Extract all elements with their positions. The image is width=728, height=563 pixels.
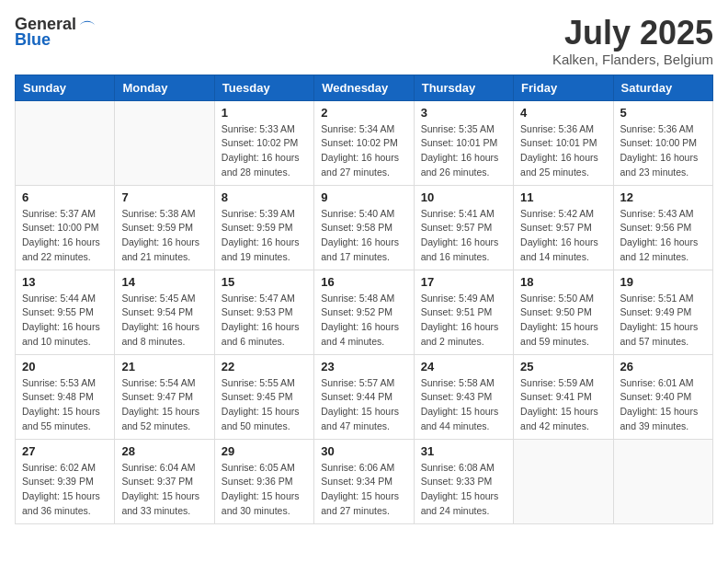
- day-number: 6: [22, 190, 108, 204]
- day-number: 22: [222, 360, 307, 373]
- day-number: 3: [421, 106, 506, 120]
- day-detail: Sunrise: 6:04 AM Sunset: 9:37 PM Dayligh…: [121, 461, 207, 519]
- day-detail: Sunrise: 5:51 AM Sunset: 9:49 PM Dayligh…: [620, 292, 706, 350]
- calendar-week-row: 27Sunrise: 6:02 AM Sunset: 9:39 PM Dayli…: [16, 439, 713, 523]
- calendar-cell: 6Sunrise: 5:37 AM Sunset: 10:00 PM Dayli…: [16, 185, 115, 270]
- day-number: 30: [321, 444, 406, 458]
- day-detail: Sunrise: 5:54 AM Sunset: 9:47 PM Dayligh…: [121, 376, 207, 434]
- day-detail: Sunrise: 5:41 AM Sunset: 9:57 PM Dayligh…: [421, 207, 506, 265]
- calendar-cell: 2Sunrise: 5:34 AM Sunset: 10:02 PM Dayli…: [314, 100, 414, 185]
- page-header: General Blue July 2025 Kalken, Flanders,…: [15, 15, 713, 67]
- day-detail: Sunrise: 5:58 AM Sunset: 9:43 PM Dayligh…: [421, 376, 506, 434]
- day-number: 15: [222, 275, 307, 289]
- calendar-cell: 25Sunrise: 5:59 AM Sunset: 9:41 PM Dayli…: [514, 354, 613, 439]
- calendar-cell: 18Sunrise: 5:50 AM Sunset: 9:50 PM Dayli…: [514, 270, 613, 354]
- calendar-cell: 4Sunrise: 5:36 AM Sunset: 10:01 PM Dayli…: [514, 100, 613, 185]
- day-detail: Sunrise: 6:05 AM Sunset: 9:36 PM Dayligh…: [222, 461, 307, 519]
- calendar-cell: 8Sunrise: 5:39 AM Sunset: 9:59 PM Daylig…: [214, 185, 313, 270]
- calendar-cell: 3Sunrise: 5:35 AM Sunset: 10:01 PM Dayli…: [414, 100, 513, 185]
- day-number: 21: [121, 360, 207, 373]
- day-detail: Sunrise: 5:49 AM Sunset: 9:51 PM Dayligh…: [421, 292, 506, 350]
- day-number: 19: [620, 275, 706, 289]
- weekday-header: Saturday: [613, 75, 712, 100]
- calendar-cell: 1Sunrise: 5:33 AM Sunset: 10:02 PM Dayli…: [214, 100, 313, 185]
- weekday-header: Friday: [514, 75, 613, 100]
- day-number: 5: [620, 106, 706, 120]
- day-number: 2: [321, 106, 406, 120]
- day-number: 29: [222, 444, 307, 458]
- logo: General Blue: [15, 15, 97, 50]
- day-number: 16: [321, 275, 406, 289]
- day-detail: Sunrise: 5:55 AM Sunset: 9:45 PM Dayligh…: [222, 376, 307, 434]
- day-detail: Sunrise: 5:47 AM Sunset: 9:53 PM Dayligh…: [222, 292, 307, 350]
- day-detail: Sunrise: 5:36 AM Sunset: 10:00 PM Daylig…: [620, 122, 706, 180]
- month-year-title: July 2025: [552, 15, 713, 52]
- calendar-cell: [115, 100, 214, 185]
- calendar-cell: 9Sunrise: 5:40 AM Sunset: 9:58 PM Daylig…: [314, 185, 414, 270]
- calendar-cell: 31Sunrise: 6:08 AM Sunset: 9:33 PM Dayli…: [414, 439, 513, 523]
- calendar-cell: 20Sunrise: 5:53 AM Sunset: 9:48 PM Dayli…: [16, 354, 115, 439]
- logo-blue: Blue: [15, 30, 51, 50]
- day-number: 26: [620, 360, 706, 373]
- day-number: 23: [321, 360, 406, 373]
- day-number: 11: [520, 190, 606, 204]
- calendar-week-row: 20Sunrise: 5:53 AM Sunset: 9:48 PM Dayli…: [16, 354, 713, 439]
- calendar-table: SundayMondayTuesdayWednesdayThursdayFrid…: [15, 75, 713, 524]
- calendar-cell: 22Sunrise: 5:55 AM Sunset: 9:45 PM Dayli…: [214, 354, 313, 439]
- day-detail: Sunrise: 5:43 AM Sunset: 9:56 PM Dayligh…: [620, 207, 706, 265]
- day-detail: Sunrise: 5:57 AM Sunset: 9:44 PM Dayligh…: [321, 376, 406, 434]
- calendar-cell: 27Sunrise: 6:02 AM Sunset: 9:39 PM Dayli…: [16, 439, 115, 523]
- day-detail: Sunrise: 5:42 AM Sunset: 9:57 PM Dayligh…: [520, 207, 606, 265]
- calendar-cell: 29Sunrise: 6:05 AM Sunset: 9:36 PM Dayli…: [214, 439, 313, 523]
- calendar-cell: [613, 439, 712, 523]
- day-number: 31: [421, 444, 506, 458]
- day-number: 9: [321, 190, 406, 204]
- day-detail: Sunrise: 6:02 AM Sunset: 9:39 PM Dayligh…: [22, 461, 108, 519]
- calendar-cell: 26Sunrise: 6:01 AM Sunset: 9:40 PM Dayli…: [613, 354, 712, 439]
- day-detail: Sunrise: 5:44 AM Sunset: 9:55 PM Dayligh…: [22, 292, 108, 350]
- day-detail: Sunrise: 6:08 AM Sunset: 9:33 PM Dayligh…: [421, 461, 506, 519]
- calendar-cell: 12Sunrise: 5:43 AM Sunset: 9:56 PM Dayli…: [613, 185, 712, 270]
- day-number: 28: [121, 444, 207, 458]
- day-number: 25: [520, 360, 606, 373]
- day-number: 18: [520, 275, 606, 289]
- day-detail: Sunrise: 5:40 AM Sunset: 9:58 PM Dayligh…: [321, 207, 406, 265]
- day-detail: Sunrise: 6:01 AM Sunset: 9:40 PM Dayligh…: [620, 376, 706, 434]
- day-number: 1: [222, 106, 307, 120]
- weekday-header-row: SundayMondayTuesdayWednesdayThursdayFrid…: [16, 75, 713, 100]
- weekday-header: Monday: [115, 75, 214, 100]
- day-number: 13: [22, 275, 108, 289]
- calendar-cell: 21Sunrise: 5:54 AM Sunset: 9:47 PM Dayli…: [115, 354, 214, 439]
- day-number: 8: [222, 190, 307, 204]
- title-block: July 2025 Kalken, Flanders, Belgium: [552, 15, 713, 67]
- calendar-cell: 10Sunrise: 5:41 AM Sunset: 9:57 PM Dayli…: [414, 185, 513, 270]
- calendar-cell: 16Sunrise: 5:48 AM Sunset: 9:52 PM Dayli…: [314, 270, 414, 354]
- day-number: 7: [121, 190, 207, 204]
- calendar-cell: 14Sunrise: 5:45 AM Sunset: 9:54 PM Dayli…: [115, 270, 214, 354]
- day-detail: Sunrise: 5:36 AM Sunset: 10:01 PM Daylig…: [520, 122, 606, 180]
- calendar-cell: 28Sunrise: 6:04 AM Sunset: 9:37 PM Dayli…: [115, 439, 214, 523]
- day-detail: Sunrise: 5:33 AM Sunset: 10:02 PM Daylig…: [222, 122, 307, 180]
- day-detail: Sunrise: 5:35 AM Sunset: 10:01 PM Daylig…: [421, 122, 506, 180]
- day-detail: Sunrise: 5:53 AM Sunset: 9:48 PM Dayligh…: [22, 376, 108, 434]
- day-detail: Sunrise: 5:37 AM Sunset: 10:00 PM Daylig…: [22, 207, 108, 265]
- day-number: 4: [520, 106, 606, 120]
- day-detail: Sunrise: 5:39 AM Sunset: 9:59 PM Dayligh…: [222, 207, 307, 265]
- weekday-header: Thursday: [414, 75, 513, 100]
- day-detail: Sunrise: 5:48 AM Sunset: 9:52 PM Dayligh…: [321, 292, 406, 350]
- calendar-cell: 7Sunrise: 5:38 AM Sunset: 9:59 PM Daylig…: [115, 185, 214, 270]
- day-number: 17: [421, 275, 506, 289]
- calendar-week-row: 6Sunrise: 5:37 AM Sunset: 10:00 PM Dayli…: [16, 185, 713, 270]
- day-detail: Sunrise: 5:59 AM Sunset: 9:41 PM Dayligh…: [520, 376, 606, 434]
- day-number: 14: [121, 275, 207, 289]
- day-number: 20: [22, 360, 108, 373]
- day-detail: Sunrise: 5:50 AM Sunset: 9:50 PM Dayligh…: [520, 292, 606, 350]
- calendar-cell: 17Sunrise: 5:49 AM Sunset: 9:51 PM Dayli…: [414, 270, 513, 354]
- calendar-cell: 11Sunrise: 5:42 AM Sunset: 9:57 PM Dayli…: [514, 185, 613, 270]
- calendar-cell: 15Sunrise: 5:47 AM Sunset: 9:53 PM Dayli…: [214, 270, 313, 354]
- calendar-cell: 19Sunrise: 5:51 AM Sunset: 9:49 PM Dayli…: [613, 270, 712, 354]
- calendar-cell: [514, 439, 613, 523]
- location-subtitle: Kalken, Flanders, Belgium: [552, 52, 713, 67]
- day-number: 27: [22, 444, 108, 458]
- day-detail: Sunrise: 5:38 AM Sunset: 9:59 PM Dayligh…: [121, 207, 207, 265]
